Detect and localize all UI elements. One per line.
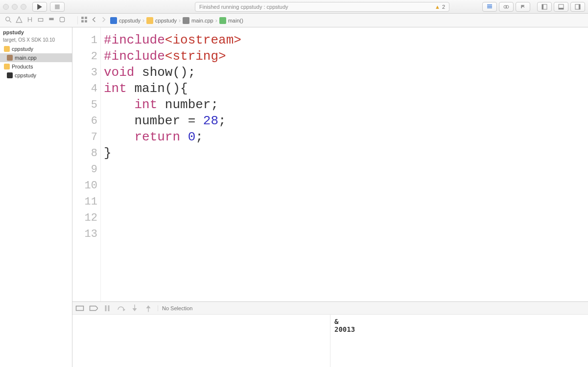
breadcrumb-symbol[interactable]: main() xyxy=(219,17,243,24)
svg-rect-1 xyxy=(55,4,60,9)
breadcrumb-project[interactable]: cppstudy xyxy=(110,17,141,24)
code-line[interactable]: #include<string> xyxy=(104,48,588,65)
line-number: 3 xyxy=(72,65,97,81)
related-items-icon[interactable] xyxy=(81,16,88,24)
code-token: #include xyxy=(104,49,165,64)
project-icon xyxy=(110,17,117,24)
nav-forward-icon[interactable] xyxy=(100,16,107,24)
step-out-icon[interactable] xyxy=(144,304,153,313)
cpp-file-icon xyxy=(183,17,189,24)
svg-line-11 xyxy=(9,21,11,23)
code-token: 28 xyxy=(203,114,218,128)
debug-icon[interactable] xyxy=(37,16,44,24)
svg-rect-9 xyxy=(579,4,580,9)
code-line[interactable]: int number; xyxy=(104,97,588,113)
bottom-panel-toggle[interactable] xyxy=(554,2,568,12)
code-line[interactable]: } xyxy=(104,145,588,161)
svg-rect-18 xyxy=(81,20,84,23)
sidebar-item[interactable]: main.cpp xyxy=(0,53,72,62)
log-icon[interactable] xyxy=(59,16,66,24)
sidebar-item[interactable]: Products xyxy=(0,62,72,71)
svg-rect-23 xyxy=(108,305,110,311)
line-number: 1 xyxy=(72,32,97,48)
code-token: return xyxy=(134,130,180,144)
code-line[interactable]: number = 28; xyxy=(104,113,588,129)
close-window-icon[interactable] xyxy=(3,4,9,10)
svg-marker-12 xyxy=(16,17,22,23)
code-area[interactable]: #include<iostream>#include<string>void s… xyxy=(101,27,588,301)
status-text: Finished running cppstudy : cppstudy xyxy=(199,4,288,10)
sidebar-item[interactable]: cppstudy xyxy=(0,71,72,80)
nav-back-icon[interactable] xyxy=(91,16,97,24)
navigator-subtitle: target, OS X SDK 10.10 xyxy=(0,37,72,45)
code-token: void xyxy=(104,65,134,80)
scm-icon[interactable] xyxy=(26,16,33,24)
code-line[interactable]: return 0; xyxy=(104,129,588,145)
breadcrumb-file[interactable]: main.cpp xyxy=(183,17,213,24)
issues-icon[interactable] xyxy=(16,16,23,24)
code-editor[interactable]: 12345678910111213 #include<iostream>#inc… xyxy=(72,27,588,301)
step-over-icon[interactable] xyxy=(117,304,125,313)
warning-count: 2 xyxy=(442,4,445,10)
svg-marker-0 xyxy=(37,4,42,10)
window-controls xyxy=(3,4,26,10)
left-panel-toggle[interactable] xyxy=(537,2,552,12)
breadcrumb-folder[interactable]: cppstudy xyxy=(146,17,177,24)
code-line[interactable]: #include<iostream> xyxy=(104,32,588,48)
code-line[interactable]: void show(); xyxy=(104,65,588,81)
run-button[interactable] xyxy=(32,2,47,12)
editor-wrap: 12345678910111213 #include<iostream>#inc… xyxy=(72,27,588,367)
main-body: ppstudy target, OS X SDK 10.10 cppstudym… xyxy=(0,27,588,367)
code-token: #include xyxy=(104,33,165,47)
breakpoints-toggle-icon[interactable] xyxy=(89,304,98,313)
status-warnings[interactable]: ▲ 2 xyxy=(435,4,445,10)
svg-point-10 xyxy=(6,17,10,21)
svg-rect-5 xyxy=(542,4,543,9)
line-number: 12 xyxy=(72,210,97,226)
svg-marker-28 xyxy=(146,305,151,308)
sidebar-item[interactable]: cppstudy xyxy=(0,45,72,53)
navigator-selector xyxy=(2,16,74,24)
line-number: 8 xyxy=(72,145,97,161)
line-number: 2 xyxy=(72,48,97,65)
code-token: show(); xyxy=(134,65,195,80)
variables-pane[interactable] xyxy=(72,315,330,367)
editor-tab-area: cppstudy › cppstudy › main.cpp › main() xyxy=(77,16,586,24)
editor-mode-buttons xyxy=(482,2,530,12)
breadcrumb-project-label: cppstudy xyxy=(119,18,141,23)
step-into-icon[interactable] xyxy=(130,304,139,313)
breadcrumb-file-label: main.cpp xyxy=(191,18,213,23)
svg-marker-24 xyxy=(123,308,126,311)
code-token: main(){ xyxy=(127,81,188,96)
code-token: number; xyxy=(157,97,218,112)
svg-rect-15 xyxy=(60,17,64,22)
assistant-editor-button[interactable] xyxy=(499,2,514,12)
folder-icon xyxy=(4,46,10,52)
term-icon xyxy=(7,72,13,78)
status-bar: Finished running cppstudy : cppstudy ▲ 2 xyxy=(195,2,449,12)
svg-rect-20 xyxy=(76,306,84,310)
code-token xyxy=(104,130,134,144)
code-token: int xyxy=(134,97,157,112)
minimize-window-icon[interactable] xyxy=(12,4,18,10)
right-panel-toggle[interactable] xyxy=(570,2,585,12)
variables-view-icon[interactable] xyxy=(75,304,84,313)
pause-icon[interactable] xyxy=(103,304,112,313)
code-token: <string> xyxy=(165,49,226,64)
breakpoint-icon[interactable] xyxy=(48,16,55,24)
search-icon[interactable] xyxy=(5,16,12,24)
zoom-window-icon[interactable] xyxy=(21,4,26,10)
version-editor-button[interactable] xyxy=(516,2,530,12)
standard-editor-button[interactable] xyxy=(482,2,497,12)
console-output[interactable]: & 20013 xyxy=(330,315,588,367)
stop-button[interactable] xyxy=(50,2,65,12)
line-number: 7 xyxy=(72,129,97,145)
code-token: int xyxy=(104,81,127,96)
svg-marker-21 xyxy=(90,306,98,310)
line-number: 4 xyxy=(72,81,97,97)
code-line[interactable]: int main(){ xyxy=(104,81,588,97)
line-number: 6 xyxy=(72,113,97,129)
line-number: 13 xyxy=(72,226,97,242)
chevron-right-icon: › xyxy=(215,17,217,24)
sidebar-item-label: main.cpp xyxy=(15,55,37,61)
